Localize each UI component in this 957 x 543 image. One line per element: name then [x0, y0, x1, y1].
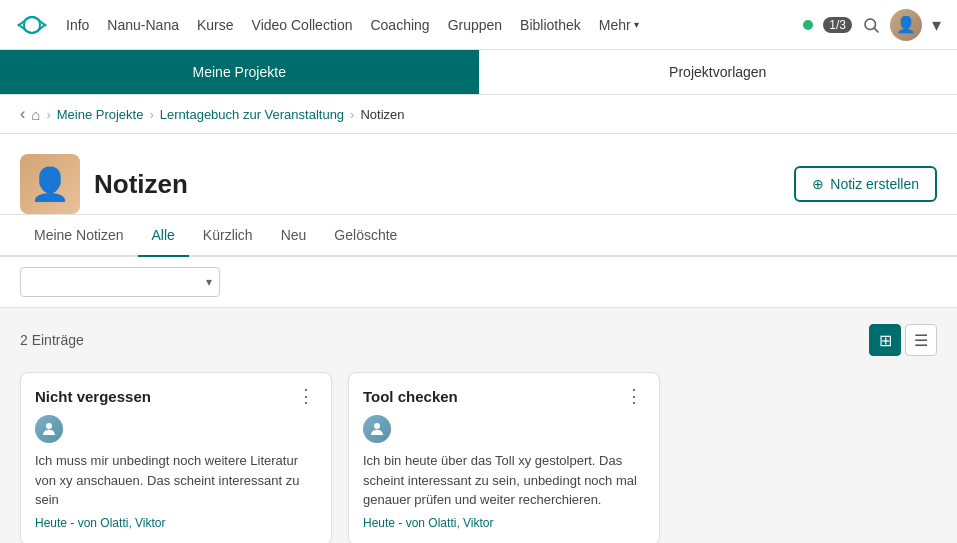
- logo[interactable]: [16, 9, 48, 41]
- card-meta: Heute - von Olatti, Viktor: [35, 516, 317, 530]
- grid-icon: ⊞: [879, 331, 892, 350]
- filter-alle[interactable]: Alle: [138, 215, 189, 257]
- nav-info[interactable]: Info: [66, 17, 89, 33]
- filter-geloeschte[interactable]: Gelöschte: [320, 215, 411, 257]
- entries-count: 2 Einträge: [20, 332, 84, 348]
- card-title: Tool checken: [363, 388, 458, 405]
- breadcrumb-current: Notizen: [360, 107, 404, 122]
- create-note-button[interactable]: ⊕ Notiz erstellen: [794, 166, 937, 202]
- page-title: Notizen: [94, 169, 188, 200]
- filter-meine-notizen[interactable]: Meine Notizen: [20, 215, 138, 257]
- nav-kurse[interactable]: Kurse: [197, 17, 234, 33]
- sort-dropdown-wrapper: ▾: [20, 267, 220, 297]
- search-icon: [862, 16, 880, 34]
- breadcrumb: ‹ ⌂ › Meine Projekte › Lerntagebuch zur …: [0, 95, 957, 134]
- nav-nanu-nana[interactable]: Nanu-Nana: [107, 17, 179, 33]
- nav-right-actions: 1/3 👤 ▾: [803, 9, 941, 41]
- breadcrumb-lerntagebuch[interactable]: Lerntagebuch zur Veranstaltung: [160, 107, 344, 122]
- create-icon: ⊕: [812, 176, 824, 192]
- content-top-bar: 2 Einträge ⊞ ☰: [20, 324, 937, 356]
- card-nicht-vergessen: Nicht vergessen ⋮ Ich muss mir unbedingt…: [20, 372, 332, 543]
- nav-coaching[interactable]: Coaching: [370, 17, 429, 33]
- page-avatar: [20, 154, 80, 214]
- card-title: Nicht vergessen: [35, 388, 151, 405]
- cards-grid: Nicht vergessen ⋮ Ich muss mir unbedingt…: [20, 372, 660, 543]
- avatar-icon: [368, 420, 386, 438]
- card-avatar: [363, 415, 391, 443]
- breadcrumb-meine-projekte[interactable]: Meine Projekte: [57, 107, 144, 122]
- home-icon[interactable]: ⌂: [31, 106, 40, 123]
- nav-bibliothek[interactable]: Bibliothek: [520, 17, 581, 33]
- svg-point-3: [374, 423, 380, 429]
- card-avatar: [35, 415, 63, 443]
- tab-templates[interactable]: Projektvorlagen: [479, 50, 958, 94]
- main-tabs: Meine Projekte Projektvorlagen: [0, 50, 957, 95]
- mehr-chevron-icon: ▾: [634, 19, 639, 30]
- navbar: Info Nanu-Nana Kurse Video Collection Co…: [0, 0, 957, 50]
- view-toggle: ⊞ ☰: [869, 324, 937, 356]
- nav-mehr[interactable]: Mehr ▾: [599, 17, 639, 33]
- tab-my-projects[interactable]: Meine Projekte: [0, 50, 479, 94]
- svg-point-2: [46, 423, 52, 429]
- status-dot-icon: [803, 20, 813, 30]
- avatar-icon: [40, 420, 58, 438]
- list-view-button[interactable]: ☰: [905, 324, 937, 356]
- card-meta: Heute - von Olatti, Viktor: [363, 516, 645, 530]
- back-button[interactable]: ‹: [20, 105, 25, 123]
- nav-video-collection[interactable]: Video Collection: [252, 17, 353, 33]
- progress-badge: 1/3: [823, 17, 852, 33]
- infinity-logo-icon: [16, 9, 48, 41]
- card-menu-button[interactable]: ⋮: [623, 387, 645, 405]
- user-avatar[interactable]: 👤: [890, 9, 922, 41]
- avatar-image: 👤: [890, 9, 922, 41]
- card-tool-checken: Tool checken ⋮ Ich bin heute über das To…: [348, 372, 660, 543]
- svg-line-1: [874, 28, 878, 32]
- svg-point-0: [865, 19, 876, 30]
- nav-gruppen[interactable]: Gruppen: [448, 17, 502, 33]
- sort-dropdown[interactable]: [20, 267, 220, 297]
- nav-dropdown-button[interactable]: ▾: [932, 14, 941, 36]
- filter-kuerzlich[interactable]: Kürzlich: [189, 215, 267, 257]
- sort-dropdown-row: ▾: [0, 257, 957, 308]
- grid-view-button[interactable]: ⊞: [869, 324, 901, 356]
- page-header: Notizen ⊕ Notiz erstellen: [0, 134, 957, 215]
- page-header-left: Notizen: [20, 154, 188, 214]
- nav-chevron-icon: ▾: [932, 14, 941, 36]
- filter-neu[interactable]: Neu: [267, 215, 321, 257]
- content-area: 2 Einträge ⊞ ☰ Nicht vergessen ⋮: [0, 308, 957, 543]
- search-button[interactable]: [862, 16, 880, 34]
- card-body: Ich bin heute über das Toll xy gestolper…: [363, 451, 645, 510]
- list-icon: ☰: [914, 331, 928, 350]
- card-body: Ich muss mir unbedingt noch weitere Lite…: [35, 451, 317, 510]
- card-menu-button[interactable]: ⋮: [295, 387, 317, 405]
- filter-tabs: Meine Notizen Alle Kürzlich Neu Gelöscht…: [0, 215, 957, 257]
